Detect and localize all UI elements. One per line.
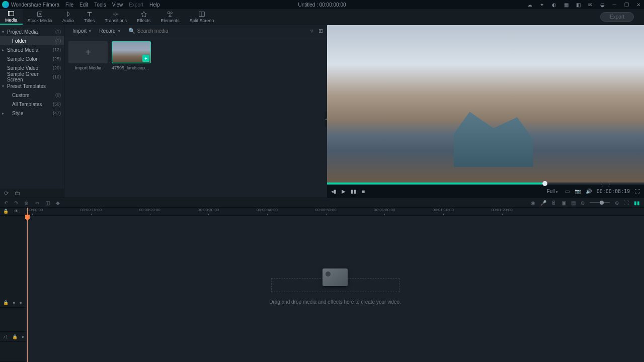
track-headers: 🔒 👁 🔒 ● ● ♪1 🔒 ● bbox=[0, 208, 26, 362]
playhead[interactable] bbox=[27, 208, 28, 362]
auto-ripple-icon[interactable]: ◉ bbox=[531, 200, 535, 206]
sparkle-icon[interactable]: ✦ bbox=[538, 1, 545, 8]
menu-edit[interactable]: Edit bbox=[79, 2, 88, 8]
grid-view-icon[interactable]: ⊞ bbox=[318, 28, 323, 34]
mark-out-icon[interactable]: } bbox=[608, 182, 610, 187]
display-toggle-icon[interactable]: ▭ bbox=[565, 189, 570, 194]
close-icon[interactable]: ✕ bbox=[635, 1, 642, 8]
export-button[interactable]: Export bbox=[600, 12, 634, 22]
menu-file[interactable]: File bbox=[65, 2, 73, 8]
user-icon[interactable]: ◒ bbox=[599, 1, 606, 8]
import-dropdown[interactable]: Import bbox=[68, 27, 95, 35]
zoom-slider[interactable] bbox=[590, 202, 610, 203]
sidebar-item-shared-media[interactable]: Shared Media(12) bbox=[0, 45, 64, 54]
manage-tracks-icon[interactable]: ▮▮ bbox=[634, 200, 640, 206]
app-icon[interactable]: ▦ bbox=[562, 1, 570, 8]
import-media-item[interactable]: + Import Media bbox=[68, 41, 108, 70]
refresh-icon[interactable]: ⟳ bbox=[4, 190, 9, 197]
track-header-video[interactable]: 🔒 ● ● bbox=[0, 298, 26, 308]
tracks-area[interactable]: 00:00:00:00 00:00:10:00 00:00:20:00 00:0… bbox=[26, 208, 644, 362]
add-to-timeline-icon[interactable]: + bbox=[142, 55, 149, 62]
undo-icon[interactable]: ↶ bbox=[4, 200, 8, 206]
lock-audio-icon[interactable]: 🔒 bbox=[12, 334, 18, 339]
stop-icon[interactable]: ■ bbox=[362, 189, 365, 194]
tab-stock-media[interactable]: Stock Media bbox=[23, 9, 58, 25]
volume-icon[interactable]: 🔊 bbox=[586, 189, 592, 194]
menu-help[interactable]: Help bbox=[149, 2, 160, 8]
tab-split-screen[interactable]: Split Screen bbox=[185, 9, 219, 25]
marker-icon[interactable]: ◆ bbox=[56, 200, 60, 206]
app-logo-icon bbox=[2, 1, 9, 8]
mute-track-icon[interactable]: ● bbox=[13, 300, 15, 305]
media-search: 🔍 bbox=[128, 28, 198, 34]
sidebar-item-preset-templates[interactable]: Preset Templates bbox=[0, 81, 64, 90]
hide-track-icon[interactable]: ● bbox=[19, 300, 22, 305]
sync-icon[interactable]: ◐ bbox=[550, 1, 557, 8]
quality-dropdown[interactable]: Full bbox=[547, 189, 558, 194]
pause-icon[interactable]: ▮▮ bbox=[351, 189, 357, 194]
sidebar-item-style[interactable]: Style(47) bbox=[0, 109, 64, 118]
tab-transitions[interactable]: Transitions bbox=[100, 9, 132, 25]
tab-effects[interactable]: Effects bbox=[132, 9, 155, 25]
cloud-icon[interactable]: ☁ bbox=[526, 1, 533, 8]
svg-rect-0 bbox=[9, 12, 14, 16]
media-toolbar-right: ▿ ⊞ bbox=[310, 28, 323, 34]
preview-progress-bar[interactable]: { } bbox=[327, 183, 644, 185]
zoom-out-icon[interactable]: ⊖ bbox=[581, 200, 585, 206]
lock-track-icon[interactable]: 🔒 bbox=[3, 300, 9, 305]
media-toolbar: Import Record 🔍 ▿ ⊞ bbox=[64, 25, 327, 37]
eye-icon[interactable]: 👁 bbox=[10, 209, 19, 214]
snapshot-icon[interactable]: 📷 bbox=[575, 189, 581, 194]
zoom-in-icon[interactable]: ⊕ bbox=[615, 200, 619, 206]
titlebar-right: ☁ ✦ ◐ ▦ ◧ ✉ ◒ ─ ❐ ✕ bbox=[526, 1, 642, 8]
delete-icon[interactable]: 🗑 bbox=[24, 200, 29, 206]
speed-icon[interactable]: ▣ bbox=[561, 200, 566, 206]
prev-frame-icon[interactable]: ◂▮ bbox=[331, 189, 337, 194]
tool-icon[interactable]: ▤ bbox=[571, 200, 576, 206]
redo-icon[interactable]: ↷ bbox=[14, 200, 18, 206]
mute-audio-icon[interactable]: ● bbox=[22, 334, 24, 339]
timeline-drop-zone[interactable]: Drag and drop media and effects here to … bbox=[26, 278, 644, 305]
drop-clip-icon bbox=[323, 268, 348, 286]
menu-tools[interactable]: Tools bbox=[94, 2, 106, 8]
fullscreen-icon[interactable]: ⛶ bbox=[635, 189, 640, 194]
tab-elements[interactable]: Elements bbox=[155, 9, 185, 25]
media-grid: + Import Media + 47595_landscape_of_... bbox=[64, 37, 327, 74]
window-icon[interactable]: ◧ bbox=[575, 1, 582, 8]
media-clip-item[interactable]: + 47595_landscape_of_... bbox=[112, 41, 151, 70]
sidebar-item-custom[interactable]: Custom(0) bbox=[0, 90, 64, 100]
track-header-audio[interactable]: ♪1 🔒 ● bbox=[0, 332, 26, 342]
mixer-icon[interactable]: 🎚 bbox=[551, 200, 556, 206]
audio-track-icon[interactable]: ♪1 bbox=[3, 334, 8, 339]
preview-viewport[interactable] bbox=[327, 25, 644, 183]
fit-zoom-icon[interactable]: ⛶ bbox=[624, 200, 629, 206]
timeline-ruler[interactable]: 00:00:00:00 00:00:10:00 00:00:20:00 00:0… bbox=[26, 208, 644, 216]
new-folder-icon[interactable]: 🗀 bbox=[15, 190, 20, 196]
lock-icon[interactable]: 🔒 bbox=[0, 209, 9, 214]
menu-export: Export bbox=[129, 2, 143, 8]
tab-media[interactable]: Media bbox=[0, 9, 23, 25]
app-name: Wondershare Filmora bbox=[11, 2, 59, 8]
mail-icon[interactable]: ✉ bbox=[587, 1, 594, 8]
search-input[interactable] bbox=[137, 28, 198, 34]
tab-titles[interactable]: Titles bbox=[79, 9, 100, 25]
titles-icon bbox=[86, 11, 93, 18]
filter-icon[interactable]: ▿ bbox=[310, 28, 313, 34]
sidebar-item-sample-green-screen[interactable]: Sample Green Screen(10) bbox=[0, 72, 64, 81]
sidebar-item-all-templates[interactable]: All Templates(50) bbox=[0, 100, 64, 109]
record-dropdown[interactable]: Record bbox=[95, 27, 124, 35]
play-icon[interactable]: ▶ bbox=[342, 189, 346, 194]
sidebar-item-project-media[interactable]: Project Media(1) bbox=[0, 27, 64, 36]
maximize-icon[interactable]: ❐ bbox=[623, 1, 630, 8]
sidebar-item-folder[interactable]: Folder(1) bbox=[0, 36, 64, 45]
minimize-icon[interactable]: ─ bbox=[611, 1, 618, 8]
transitions-icon bbox=[112, 11, 119, 18]
mark-in-icon[interactable]: { bbox=[601, 182, 603, 187]
menu-view[interactable]: View bbox=[112, 2, 123, 8]
media-icon bbox=[8, 10, 15, 17]
crop-icon[interactable]: ◫ bbox=[45, 200, 50, 206]
sidebar-item-sample-color[interactable]: Sample Color(25) bbox=[0, 54, 64, 63]
voice-icon[interactable]: 🎤 bbox=[540, 200, 546, 206]
split-icon[interactable]: ✂ bbox=[35, 200, 39, 206]
tab-audio[interactable]: Audio bbox=[57, 9, 79, 25]
